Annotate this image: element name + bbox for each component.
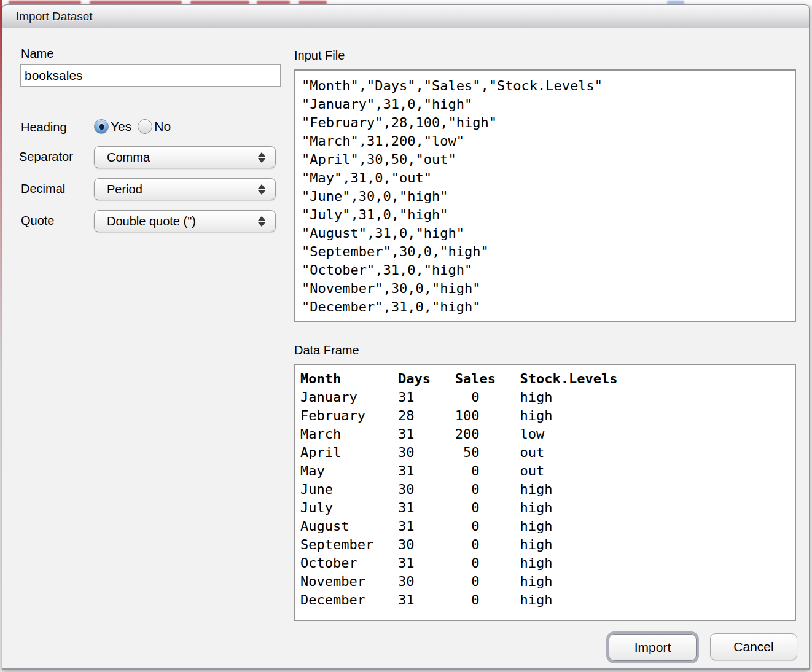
data-frame-rows: January 31 0 highFebruary 28 100 highMar… [300,388,795,609]
data-frame-row: July 31 0 high [300,499,795,517]
data-frame-pane[interactable]: Month Days Sales Stock.Levels January 31… [294,364,796,621]
data-frame-row: September 30 0 high [300,536,795,554]
dialog-titlebar[interactable]: Import Dataset [2,5,809,28]
cancel-button[interactable]: Cancel [710,633,797,660]
separator-select-value: Comma [107,150,258,165]
data-frame-header: Month Days Sales Stock.Levels [300,370,795,388]
data-frame-row: December 31 0 high [300,591,795,609]
decimal-select-value: Period [107,182,258,197]
quote-select[interactable]: Double quote (") [94,210,276,232]
import-dataset-dialog: Import Dataset Name Heading Yes No Separ… [2,4,810,670]
stepper-arrows-icon [258,152,265,163]
heading-yes-radio[interactable] [94,119,109,134]
decimal-select[interactable]: Period [94,178,276,200]
data-frame-row: November 30 0 high [300,572,795,591]
data-frame-row: March 31 200 low [300,425,795,443]
data-frame-row: April 30 50 out [300,443,795,462]
input-file-label: Input File [294,49,345,63]
quote-select-value: Double quote (") [107,214,258,229]
data-frame-label: Data Frame [294,343,359,357]
stepper-arrows-icon [258,184,265,195]
separator-label: Separator [19,150,73,164]
data-frame-row: February 28 100 high [300,407,795,425]
input-file-text: "Month","Days","Sales","Stock.Levels" "J… [302,77,795,316]
dialog-title: Import Dataset [16,10,93,23]
data-frame-row: August 31 0 high [300,517,795,536]
heading-label: Heading [21,120,67,135]
import-button[interactable]: Import [609,634,697,661]
data-frame-row: May 31 0 out [300,462,795,480]
stepper-arrows-icon [258,216,265,227]
heading-radio-group: Yes No [94,119,177,134]
decimal-label: Decimal [21,182,65,196]
separator-select[interactable]: Comma [94,146,276,168]
name-label: Name [21,47,53,61]
heading-no-label[interactable]: No [154,119,171,134]
data-frame-row: June 30 0 high [300,480,795,499]
heading-no-radio[interactable] [138,119,152,134]
input-file-pane[interactable]: "Month","Days","Sales","Stock.Levels" "J… [294,69,796,322]
quote-label: Quote [21,214,54,228]
name-input[interactable] [20,64,281,87]
data-frame-row: January 31 0 high [300,388,795,407]
data-frame-row: October 31 0 high [300,554,795,572]
heading-yes-label[interactable]: Yes [111,119,131,134]
